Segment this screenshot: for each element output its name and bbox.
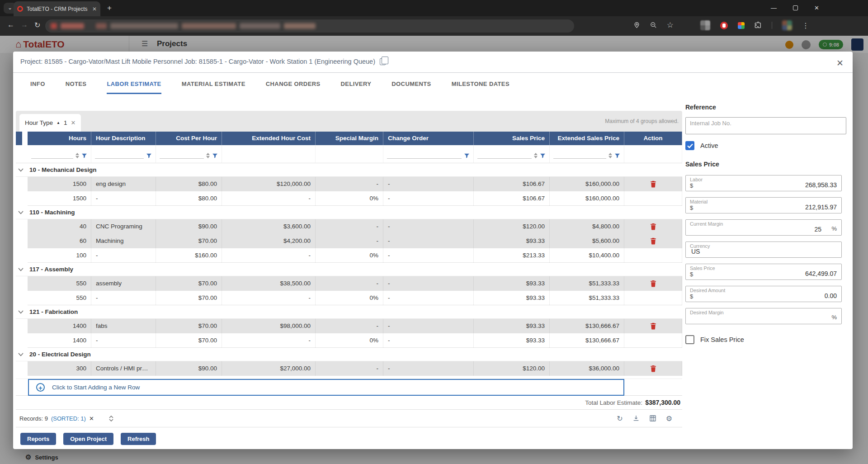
- tab-documents[interactable]: DOCUMENTS: [392, 75, 431, 94]
- tab-close-icon[interactable]: ✕: [92, 6, 97, 12]
- download-icon[interactable]: [632, 415, 640, 422]
- refresh-button[interactable]: Refresh: [121, 433, 156, 445]
- field-desired-margin[interactable]: Desired Margin%: [685, 308, 842, 324]
- col-header-extended-hour-cost[interactable]: Extended Hour Cost: [222, 132, 316, 145]
- sorted-badge[interactable]: (SORTED: 1): [51, 415, 86, 422]
- remove-group-icon[interactable]: ✕: [71, 119, 75, 126]
- chevron-down-icon[interactable]: [18, 168, 24, 172]
- filter-input[interactable]: [553, 152, 606, 159]
- sort-spinner-icon[interactable]: [609, 153, 612, 159]
- refresh-icon[interactable]: ↻: [617, 414, 623, 423]
- internal-job-no-input[interactable]: Internal Job No.: [685, 117, 846, 134]
- clear-sort-icon[interactable]: ✕: [89, 415, 94, 422]
- delete-row-icon[interactable]: [650, 237, 656, 245]
- col-header-change-order[interactable]: Change Order: [383, 132, 474, 145]
- chevron-down-icon[interactable]: [18, 353, 24, 356]
- tab-delivery[interactable]: DELIVERY: [341, 75, 372, 94]
- delete-row-icon[interactable]: [650, 322, 656, 330]
- forward-icon[interactable]: →: [21, 21, 28, 29]
- cell-action[interactable]: [624, 177, 682, 191]
- filter-funnel-icon[interactable]: [81, 153, 87, 159]
- delete-row-icon[interactable]: [650, 180, 656, 188]
- chevron-down-icon[interactable]: [18, 211, 24, 214]
- delete-row-icon[interactable]: [650, 223, 656, 230]
- chevron-down-icon[interactable]: [18, 310, 24, 314]
- filter-funnel-icon[interactable]: [212, 153, 218, 159]
- bookmark-star-icon[interactable]: ☆: [667, 20, 674, 30]
- col-header-hours[interactable]: Hours: [28, 132, 91, 145]
- filter-funnel-icon[interactable]: [540, 153, 546, 159]
- group-header-row[interactable]: 117 - Assembly: [16, 263, 682, 276]
- browser-menu-icon[interactable]: ⋮: [802, 21, 809, 30]
- col-header-cost-per-hour[interactable]: Cost Per Hour: [156, 132, 222, 145]
- delete-row-icon[interactable]: [650, 280, 656, 287]
- sort-spinner-icon[interactable]: [534, 153, 538, 159]
- modal-close-icon[interactable]: ✕: [836, 58, 844, 68]
- profile-avatar[interactable]: [782, 20, 792, 30]
- group-header-row[interactable]: 110 - Machining: [16, 206, 682, 219]
- field-material[interactable]: Material$212,915.97: [685, 197, 842, 213]
- field-current-margin[interactable]: Current Margin25%: [685, 219, 842, 236]
- reload-icon[interactable]: ↻: [34, 21, 40, 29]
- open-project-button[interactable]: Open Project: [63, 433, 113, 445]
- field-currency[interactable]: CurrencyUS: [685, 241, 842, 258]
- filter-input[interactable]: [95, 152, 144, 159]
- group-header-row[interactable]: 10 - Mechanical Design: [16, 163, 682, 177]
- extension-icon[interactable]: [738, 22, 745, 29]
- fix-sales-price-checkbox[interactable]: [685, 335, 694, 344]
- delete-row-icon[interactable]: [650, 365, 656, 372]
- cell-action[interactable]: [624, 319, 682, 333]
- active-checkbox[interactable]: [685, 141, 694, 150]
- filter-input[interactable]: [387, 152, 462, 159]
- filter-funnel-icon[interactable]: [146, 153, 152, 159]
- tab-material-estimate[interactable]: MATERIAL ESTIMATE: [182, 75, 245, 94]
- group-chip-hour-type[interactable]: Hour Type ▲ 1 ✕: [19, 114, 81, 132]
- cell-action[interactable]: [624, 361, 682, 376]
- zoom-icon[interactable]: [650, 22, 657, 28]
- back-icon[interactable]: ←: [7, 21, 14, 29]
- reports-button[interactable]: Reports: [20, 433, 56, 445]
- adblock-extension-icon[interactable]: [720, 22, 728, 29]
- filter-input[interactable]: [477, 152, 532, 159]
- unfold-icon[interactable]: [109, 416, 113, 421]
- group-header-row[interactable]: 20 - Electrical Design: [16, 348, 682, 361]
- chevron-down-icon[interactable]: [18, 268, 24, 271]
- fix-sales-price-row[interactable]: Fix Sales Price: [685, 335, 849, 344]
- col-header-action[interactable]: Action: [624, 132, 682, 145]
- sort-spinner-icon[interactable]: [206, 153, 210, 159]
- cell-action[interactable]: [624, 276, 682, 291]
- col-header-sales-price[interactable]: Sales Price: [474, 132, 550, 145]
- filter-input[interactable]: [31, 152, 73, 159]
- grid-settings-gear-icon[interactable]: ⚙: [666, 414, 672, 423]
- tab-info[interactable]: INFO: [30, 75, 45, 94]
- new-tab-button[interactable]: +: [104, 4, 115, 13]
- cell-action[interactable]: [624, 219, 682, 234]
- copy-icon[interactable]: [380, 58, 386, 65]
- cell-action[interactable]: [624, 234, 682, 248]
- field-desired-amount[interactable]: Desired Amount$0.00: [685, 286, 842, 302]
- window-restore-button[interactable]: [793, 5, 798, 10]
- address-bar[interactable]: [45, 19, 574, 33]
- col-header-extended-sales-price[interactable]: Extended Sales Price: [550, 132, 624, 145]
- col-header-special-margin[interactable]: Special Margin: [316, 132, 383, 145]
- filter-funnel-icon[interactable]: [614, 153, 620, 159]
- tab-change-orders[interactable]: CHANGE ORDERS: [266, 75, 321, 94]
- window-minimize-button[interactable]: —: [771, 5, 777, 11]
- group-header-row[interactable]: 121 - Fabrication: [16, 305, 682, 319]
- sort-spinner-icon[interactable]: [75, 153, 79, 159]
- location-icon[interactable]: [633, 22, 640, 28]
- extension-icon[interactable]: [700, 20, 710, 30]
- tab-labor-estimate[interactable]: LABOR ESTIMATE: [107, 75, 161, 94]
- window-close-button[interactable]: ✕: [814, 5, 819, 11]
- active-checkbox-row[interactable]: Active: [685, 141, 849, 150]
- filter-input[interactable]: [160, 152, 204, 159]
- filter-funnel-icon[interactable]: [464, 153, 470, 159]
- add-new-row-button[interactable]: + Click to Start Adding a New Row: [28, 379, 624, 396]
- field-sales-price[interactable]: Sales Price$642,499.07: [685, 264, 842, 280]
- tab-milestone-dates[interactable]: MILESTONE DATES: [452, 75, 509, 94]
- tab-notes[interactable]: NOTES: [66, 75, 87, 94]
- col-header-hour-description[interactable]: Hour Description: [91, 132, 156, 145]
- table-grid-icon[interactable]: [649, 415, 656, 422]
- extensions-puzzle-icon[interactable]: [755, 22, 762, 29]
- field-labor[interactable]: Labor$268,958.33: [685, 175, 842, 191]
